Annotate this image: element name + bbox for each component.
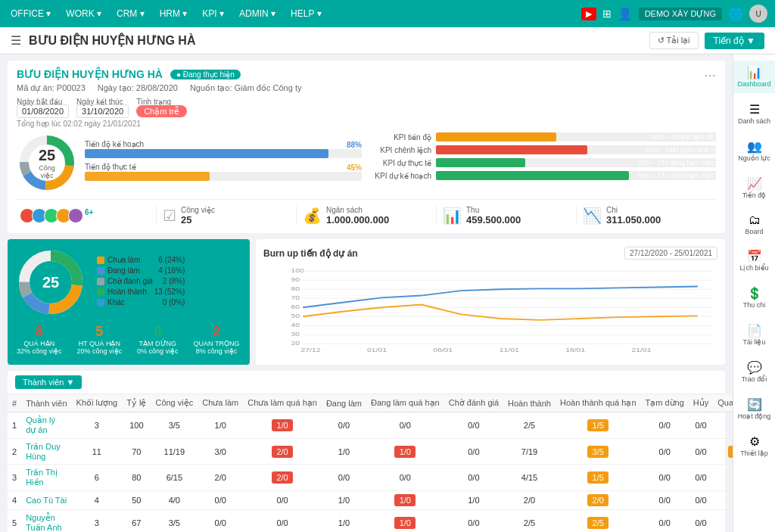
quahan-sub: 32% công việc: [17, 347, 62, 355]
cell-name[interactable]: Nguyễn Tuấn Anh: [21, 510, 71, 533]
demo-label[interactable]: DEMO XÂY DỰNG: [639, 8, 722, 20]
svg-text:27/12: 27/12: [301, 347, 321, 353]
cell-htqh: 3/5: [556, 439, 641, 465]
cell-clqh: 2/0: [243, 439, 322, 465]
cell-tl: 67: [122, 510, 151, 533]
svg-text:21/01: 21/01: [632, 347, 652, 353]
doc-icon: 📄: [747, 323, 762, 338]
sidebar-item-thietlap[interactable]: ⚙ Thiết lập: [733, 430, 775, 462]
tiendo-kehoach: Tiến độ kế hoạch 88%: [85, 140, 362, 158]
sidebar-item-tailieu[interactable]: 📄 Tài liệu: [733, 319, 775, 351]
thu-title: Thu: [466, 206, 521, 214]
more-icon[interactable]: ⋯: [704, 68, 716, 82]
sidebar: 📊 Dashboard ☰ Danh sách 👥 Nguồn lực 📈 Ti…: [733, 54, 775, 532]
col-cdg: Chờ đánh giá: [444, 394, 503, 412]
cell-clqh: 2/0: [243, 465, 322, 491]
cell-id: 1: [8, 412, 21, 439]
quantrong-num: 2: [194, 324, 240, 340]
project-name: BƯU ĐIỆN HUYỆN HƯNG HÀ: [17, 68, 163, 80]
sidebar-item-lichbieu[interactable]: 📅 Lịch biểu: [733, 244, 775, 277]
cell-name[interactable]: Trần Thị Hiền: [21, 465, 71, 491]
col-clqh: Chưa làm quá hạn: [243, 394, 322, 412]
tiendo-thucte: Tiến độ thực tế 45%: [85, 163, 362, 181]
table-row: 4 Cao Tú Tài 4 50 4/0 0/0 0/0 1/0 1/0 1/…: [8, 491, 733, 510]
sidebar-item-tiendo[interactable]: 📈 Tiến độ: [733, 172, 775, 204]
summary-chi: 📉 Chi 311.050.000: [577, 206, 716, 226]
tamdung-num: 0: [137, 324, 179, 340]
svg-text:50: 50: [291, 313, 300, 319]
nav-office[interactable]: OFFICE ▾: [8, 7, 54, 20]
cell-qt: 0/0: [713, 465, 733, 491]
svg-text:90: 90: [291, 277, 300, 283]
cell-ht: 4/15: [503, 465, 556, 491]
htquahan-label: HT QUÁ HẠN: [77, 340, 123, 347]
nav-crm[interactable]: CRM ▾: [114, 7, 148, 20]
reload-button[interactable]: ↺ Tải lại: [649, 32, 699, 49]
budget-icon: 💰: [303, 207, 322, 225]
sidebar-item-nguonluc[interactable]: 👥 Nguồn lực: [733, 135, 775, 167]
table-section: Thành viên ▼ # Thành viên Khối lượng Tỷ …: [8, 371, 725, 532]
svg-text:40: 40: [291, 322, 300, 328]
cell-name[interactable]: Quản lý dự án: [21, 412, 71, 439]
grid-icon[interactable]: ⊞: [602, 8, 612, 20]
table-row: 2 Trần Duy Hùng 11 70 11/19 3/0 2/0 1/0 …: [8, 439, 733, 465]
cell-tl: 80: [122, 465, 151, 491]
kpi-tiendo-bar: -43% - Chậm tiến độ: [436, 132, 716, 142]
legend-hoanhanh: Hoàn thành 13 (52%): [97, 288, 185, 296]
header-right: ↺ Tải lại Tiến độ ▼: [649, 32, 764, 49]
task-icon: ☑: [163, 207, 176, 225]
quantrong-label: QUAN TRỌNG: [194, 340, 240, 347]
avatar[interactable]: U: [749, 5, 767, 23]
kpi-duthucte-label: KPI dự thực tế: [371, 159, 431, 167]
svg-text:16/01: 16/01: [565, 347, 585, 353]
sidebar-item-hoatdong[interactable]: 🔄 Hoạt động: [733, 393, 775, 425]
cell-name[interactable]: Trần Duy Hùng: [21, 439, 71, 465]
globe-icon[interactable]: 🌐: [728, 7, 743, 21]
col-huy: Hủy: [689, 394, 713, 412]
cell-ht: 2/5: [503, 510, 556, 533]
tiendo-button[interactable]: Tiến độ ▼: [705, 33, 764, 49]
nav-kpi[interactable]: KPI ▾: [199, 7, 227, 20]
cell-id: 2: [8, 439, 21, 465]
sidebar-item-board[interactable]: 🗂 Board: [733, 209, 775, 241]
burnup-title: Burn up tiến độ dự án: [263, 248, 358, 259]
nav-hrm[interactable]: HRM ▾: [157, 7, 191, 20]
congviec-val: 25: [181, 214, 215, 226]
sidebar-item-dashboard[interactable]: 📊 Dashboard: [733, 61, 775, 93]
cell-dlqh: 1/0: [366, 491, 444, 510]
col-tl: Tỷ lệ: [122, 394, 151, 412]
svg-text:01/01: 01/01: [367, 347, 387, 353]
cell-id: 4: [8, 491, 21, 510]
nav-work[interactable]: WORK ▾: [63, 7, 104, 20]
pie-legend: Chưa làm 6 (24%) Đang làm 4 (16%) Chờ đá…: [97, 256, 185, 309]
svg-text:80: 80: [291, 286, 300, 292]
traodoi-label: Trao đổi: [742, 376, 767, 384]
svg-text:60: 60: [291, 304, 300, 310]
cell-name[interactable]: Cao Tú Tài: [21, 491, 71, 510]
cell-tl: 100: [122, 412, 151, 439]
thuchi-label: Thu chi: [743, 302, 766, 310]
nav-admin[interactable]: ADMIN ▾: [236, 7, 279, 20]
kpi-chenhlech: KPI chênh lệch 54% - Giải ngân quá ít: [371, 145, 716, 154]
cell-cl: 0/0: [198, 491, 243, 510]
thu-icon: 📊: [443, 207, 462, 225]
summary-row: 6+ ☑ Công việc 25 💰 Ngân sách 1.000.000.…: [17, 199, 716, 226]
member-toolbar-button[interactable]: Thành viên ▼: [15, 375, 82, 389]
sidebar-item-danhsach[interactable]: ☰ Danh sách: [733, 98, 775, 130]
list-icon: ☰: [749, 102, 760, 117]
status-field: Tình trạng Chậm trễ: [136, 98, 187, 117]
nav-help[interactable]: HELP ▾: [288, 7, 324, 20]
hamburger-icon[interactable]: ☰: [11, 33, 21, 48]
sidebar-item-traodoi[interactable]: 💬 Trao đổi: [733, 356, 775, 388]
project-card: ⋯ BƯU ĐIỆN HUYỆN HƯNG HÀ ● Đang thực hiệ…: [8, 61, 725, 233]
cell-huy: 0/0: [689, 491, 713, 510]
ngansach-val: 1.000.000.000: [326, 214, 389, 226]
overdue-quantrong: 2 QUAN TRỌNG 8% công việc: [194, 324, 240, 355]
cell-huy: 0/0: [689, 510, 713, 533]
legend-khac: Khác 0 (0%): [97, 298, 185, 306]
donut-number: 25: [32, 147, 62, 164]
svg-text:70: 70: [291, 295, 300, 301]
cell-cv: 3/5: [151, 510, 198, 533]
youtube-button[interactable]: ▶: [581, 8, 596, 20]
sidebar-item-thuchi[interactable]: 💲 Thu chi: [733, 282, 775, 314]
